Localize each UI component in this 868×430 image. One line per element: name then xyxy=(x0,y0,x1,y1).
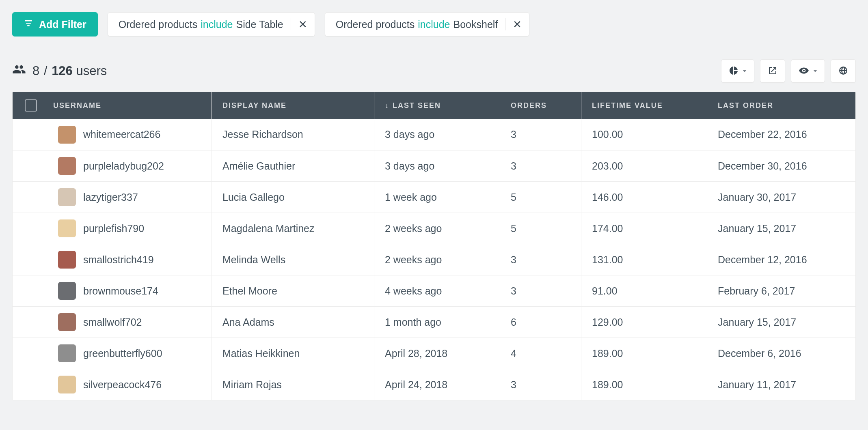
export-icon xyxy=(768,66,777,77)
last-seen-cell: 1 week ago xyxy=(385,191,437,203)
last-order-cell: January 15, 2017 xyxy=(718,316,796,328)
table-row[interactable]: silverpeacock476Miriam RojasApril 24, 20… xyxy=(13,369,855,400)
eye-icon xyxy=(799,65,809,77)
display-name-cell: Matias Heikkinen xyxy=(222,348,300,359)
table-row[interactable]: purplefish790Magdalena Martinez2 weeks a… xyxy=(13,213,855,244)
remove-filter-button[interactable]: ✕ xyxy=(513,19,522,30)
lifetime-value-cell: 131.00 xyxy=(592,254,623,266)
filter-value: Side Table xyxy=(236,19,283,30)
globe-button[interactable] xyxy=(831,59,856,83)
orders-cell: 5 xyxy=(511,223,516,234)
last-order-cell: December 12, 2016 xyxy=(718,254,807,266)
globe-icon xyxy=(838,66,848,77)
table-actions xyxy=(721,59,856,83)
orders-cell: 6 xyxy=(511,316,516,328)
display-name-cell: Ethel Moore xyxy=(222,285,277,297)
last-order-cell: January 11, 2017 xyxy=(718,379,796,391)
username-cell: smallostrich419 xyxy=(83,254,154,266)
orders-cell: 3 xyxy=(511,285,516,297)
last-order-cell: January 30, 2017 xyxy=(718,191,796,203)
remove-filter-button[interactable]: ✕ xyxy=(298,19,307,30)
filter-value: Bookshelf xyxy=(453,19,498,30)
column-last-order[interactable]: LAST ORDER xyxy=(707,92,855,119)
caret-down-icon xyxy=(813,70,817,72)
filter-operator: include xyxy=(418,19,450,30)
chip-separator xyxy=(505,18,505,30)
username-cell: whitemeercat266 xyxy=(83,129,160,140)
display-name-cell: Amélie Gauthier xyxy=(222,160,295,172)
avatar xyxy=(58,344,76,362)
filter-bar: Add Filter Ordered productsincludeSide T… xyxy=(12,12,856,37)
add-filter-label: Add Filter xyxy=(39,19,86,30)
avatar xyxy=(58,157,76,175)
filter-chip[interactable]: Ordered productsincludeSide Table✕ xyxy=(108,12,315,37)
caret-down-icon xyxy=(743,70,747,72)
table-row[interactable]: lazytiger337Lucia Gallego1 week ago5146.… xyxy=(13,181,855,213)
last-seen-cell: April 24, 2018 xyxy=(385,379,447,391)
column-last-seen[interactable]: ↓ LAST SEEN xyxy=(374,92,500,119)
chip-separator xyxy=(291,18,291,30)
table-header: USERNAME DISPLAY NAME ↓ LAST SEEN ORDERS… xyxy=(13,92,855,119)
total-count: 126 xyxy=(52,64,73,78)
display-name-cell: Melinda Wells xyxy=(222,254,285,266)
table-row[interactable]: purpleladybug202Amélie Gauthier3 days ag… xyxy=(13,150,855,181)
filter-chip[interactable]: Ordered productsincludeBookshelf✕ xyxy=(325,12,530,37)
export-button[interactable] xyxy=(760,59,785,83)
table-row[interactable]: whitemeercat266Jesse Richardson3 days ag… xyxy=(13,119,855,150)
username-cell: purpleladybug202 xyxy=(83,160,164,172)
avatar xyxy=(58,126,76,144)
username-cell: lazytiger337 xyxy=(83,191,138,203)
display-name-cell: Lucia Gallego xyxy=(222,191,285,203)
users-label: users xyxy=(76,64,107,78)
last-order-cell: January 15, 2017 xyxy=(718,223,796,234)
shown-count: 8 xyxy=(32,64,39,78)
user-count-summary: 8 / 126 users xyxy=(12,62,107,80)
column-orders[interactable]: ORDERS xyxy=(500,92,581,119)
orders-cell: 3 xyxy=(511,254,516,266)
avatar xyxy=(58,376,76,393)
display-name-cell: Ana Adams xyxy=(222,316,274,328)
orders-cell: 4 xyxy=(511,348,516,359)
add-filter-button[interactable]: Add Filter xyxy=(12,12,98,37)
lifetime-value-cell: 189.00 xyxy=(592,379,623,391)
avatar xyxy=(58,251,76,269)
table-row[interactable]: smallostrich419Melinda Wells2 weeks ago3… xyxy=(13,244,855,275)
svg-rect-0 xyxy=(25,20,32,22)
avatar xyxy=(58,219,76,237)
column-display-name[interactable]: DISPLAY NAME xyxy=(212,92,374,119)
table-row[interactable]: smallwolf702Ana Adams1 month ago6129.00J… xyxy=(13,306,855,338)
last-seen-cell: April 28, 2018 xyxy=(385,348,447,359)
filter-field: Ordered products xyxy=(336,19,415,30)
pie-chart-icon xyxy=(729,66,738,77)
last-seen-cell: 3 days ago xyxy=(385,129,434,140)
chart-button[interactable] xyxy=(721,59,754,83)
users-table: USERNAME DISPLAY NAME ↓ LAST SEEN ORDERS… xyxy=(12,92,856,400)
username-cell: purplefish790 xyxy=(83,223,144,234)
select-all-checkbox[interactable] xyxy=(25,99,37,112)
last-seen-cell: 2 weeks ago xyxy=(385,223,442,234)
last-seen-cell: 1 month ago xyxy=(385,316,441,328)
visibility-button[interactable] xyxy=(791,59,825,83)
display-name-cell: Jesse Richardson xyxy=(222,129,303,140)
table-row[interactable]: brownmouse174Ethel Moore4 weeks ago391.0… xyxy=(13,275,855,306)
last-seen-cell: 3 days ago xyxy=(385,160,434,172)
lifetime-value-cell: 91.00 xyxy=(592,285,618,297)
svg-rect-2 xyxy=(27,25,30,26)
sort-desc-icon: ↓ xyxy=(385,101,389,110)
avatar xyxy=(58,313,76,331)
last-order-cell: December 30, 2016 xyxy=(718,160,807,172)
orders-cell: 3 xyxy=(511,160,516,172)
count-divider: / xyxy=(44,64,48,78)
orders-cell: 3 xyxy=(511,129,516,140)
filter-operator: include xyxy=(201,19,233,30)
orders-cell: 3 xyxy=(511,379,516,391)
last-order-cell: December 22, 2016 xyxy=(718,129,807,140)
last-order-cell: February 6, 2017 xyxy=(718,285,795,297)
column-username[interactable]: USERNAME xyxy=(49,101,212,110)
table-row[interactable]: greenbutterfly600Matias HeikkinenApril 2… xyxy=(13,338,855,369)
username-cell: brownmouse174 xyxy=(83,285,158,297)
username-cell: greenbutterfly600 xyxy=(83,348,162,359)
orders-cell: 5 xyxy=(511,191,516,203)
column-lifetime-value[interactable]: LIFETIME VALUE xyxy=(581,92,707,119)
lifetime-value-cell: 146.00 xyxy=(592,191,623,203)
